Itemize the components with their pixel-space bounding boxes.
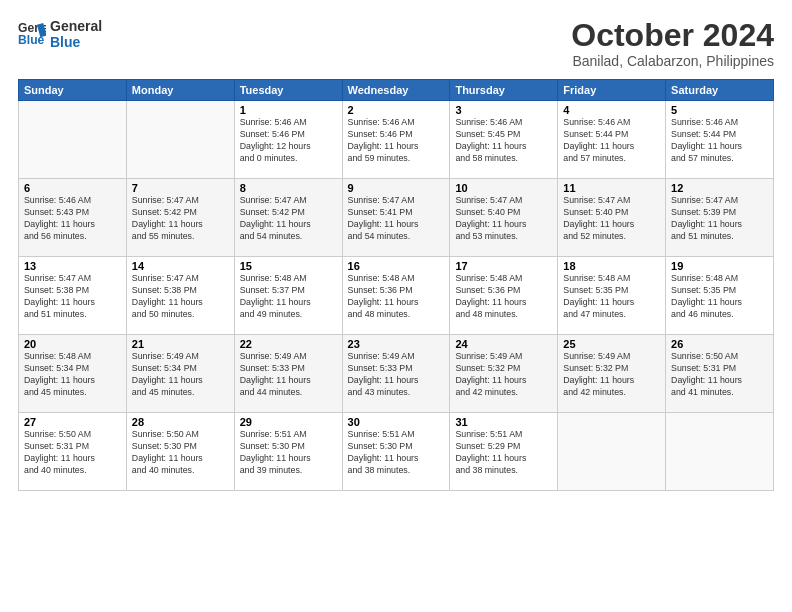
day-info: Sunrise: 5:50 AMSunset: 5:31 PMDaylight:… [671,351,768,399]
day-number: 18 [563,260,660,272]
calendar-cell: 15Sunrise: 5:48 AMSunset: 5:37 PMDayligh… [234,257,342,335]
day-number: 23 [348,338,445,350]
calendar-cell: 22Sunrise: 5:49 AMSunset: 5:33 PMDayligh… [234,335,342,413]
day-info: Sunrise: 5:51 AMSunset: 5:29 PMDaylight:… [455,429,552,477]
calendar-cell: 10Sunrise: 5:47 AMSunset: 5:40 PMDayligh… [450,179,558,257]
calendar-cell: 4Sunrise: 5:46 AMSunset: 5:44 PMDaylight… [558,101,666,179]
week-row-2: 6Sunrise: 5:46 AMSunset: 5:43 PMDaylight… [19,179,774,257]
col-wednesday: Wednesday [342,80,450,101]
day-info: Sunrise: 5:46 AMSunset: 5:44 PMDaylight:… [563,117,660,165]
col-tuesday: Tuesday [234,80,342,101]
day-info: Sunrise: 5:46 AMSunset: 5:43 PMDaylight:… [24,195,121,243]
day-number: 28 [132,416,229,428]
calendar-cell: 7Sunrise: 5:47 AMSunset: 5:42 PMDaylight… [126,179,234,257]
day-info: Sunrise: 5:46 AMSunset: 5:46 PMDaylight:… [240,117,337,165]
day-number: 20 [24,338,121,350]
col-monday: Monday [126,80,234,101]
day-number: 10 [455,182,552,194]
day-info: Sunrise: 5:46 AMSunset: 5:46 PMDaylight:… [348,117,445,165]
calendar-cell: 27Sunrise: 5:50 AMSunset: 5:31 PMDayligh… [19,413,127,491]
calendar-cell: 18Sunrise: 5:48 AMSunset: 5:35 PMDayligh… [558,257,666,335]
day-info: Sunrise: 5:49 AMSunset: 5:32 PMDaylight:… [563,351,660,399]
calendar-cell: 17Sunrise: 5:48 AMSunset: 5:36 PMDayligh… [450,257,558,335]
col-thursday: Thursday [450,80,558,101]
day-info: Sunrise: 5:47 AMSunset: 5:40 PMDaylight:… [455,195,552,243]
day-number: 29 [240,416,337,428]
logo-blue: Blue [50,34,102,50]
logo-icon: General Blue [18,20,46,48]
day-number: 9 [348,182,445,194]
day-info: Sunrise: 5:48 AMSunset: 5:36 PMDaylight:… [455,273,552,321]
day-info: Sunrise: 5:47 AMSunset: 5:38 PMDaylight:… [24,273,121,321]
calendar-cell: 12Sunrise: 5:47 AMSunset: 5:39 PMDayligh… [666,179,774,257]
day-info: Sunrise: 5:46 AMSunset: 5:45 PMDaylight:… [455,117,552,165]
day-number: 26 [671,338,768,350]
calendar-cell: 5Sunrise: 5:46 AMSunset: 5:44 PMDaylight… [666,101,774,179]
day-info: Sunrise: 5:48 AMSunset: 5:37 PMDaylight:… [240,273,337,321]
calendar-cell [19,101,127,179]
calendar-cell: 13Sunrise: 5:47 AMSunset: 5:38 PMDayligh… [19,257,127,335]
calendar-cell: 3Sunrise: 5:46 AMSunset: 5:45 PMDaylight… [450,101,558,179]
header: General Blue General Blue October 2024 B… [18,18,774,69]
calendar-cell: 30Sunrise: 5:51 AMSunset: 5:30 PMDayligh… [342,413,450,491]
day-info: Sunrise: 5:50 AMSunset: 5:30 PMDaylight:… [132,429,229,477]
col-sunday: Sunday [19,80,127,101]
day-info: Sunrise: 5:51 AMSunset: 5:30 PMDaylight:… [240,429,337,477]
day-info: Sunrise: 5:47 AMSunset: 5:42 PMDaylight:… [240,195,337,243]
calendar-cell: 23Sunrise: 5:49 AMSunset: 5:33 PMDayligh… [342,335,450,413]
day-info: Sunrise: 5:49 AMSunset: 5:33 PMDaylight:… [348,351,445,399]
title-block: October 2024 Banilad, Calabarzon, Philip… [571,18,774,69]
calendar-cell: 1Sunrise: 5:46 AMSunset: 5:46 PMDaylight… [234,101,342,179]
calendar-cell: 2Sunrise: 5:46 AMSunset: 5:46 PMDaylight… [342,101,450,179]
day-number: 1 [240,104,337,116]
calendar-cell [126,101,234,179]
day-info: Sunrise: 5:47 AMSunset: 5:38 PMDaylight:… [132,273,229,321]
day-info: Sunrise: 5:46 AMSunset: 5:44 PMDaylight:… [671,117,768,165]
day-number: 22 [240,338,337,350]
day-number: 2 [348,104,445,116]
calendar-cell: 29Sunrise: 5:51 AMSunset: 5:30 PMDayligh… [234,413,342,491]
calendar-cell: 24Sunrise: 5:49 AMSunset: 5:32 PMDayligh… [450,335,558,413]
calendar-table: Sunday Monday Tuesday Wednesday Thursday… [18,79,774,491]
calendar-cell: 6Sunrise: 5:46 AMSunset: 5:43 PMDaylight… [19,179,127,257]
day-number: 14 [132,260,229,272]
day-info: Sunrise: 5:47 AMSunset: 5:40 PMDaylight:… [563,195,660,243]
calendar-cell: 20Sunrise: 5:48 AMSunset: 5:34 PMDayligh… [19,335,127,413]
calendar-cell: 31Sunrise: 5:51 AMSunset: 5:29 PMDayligh… [450,413,558,491]
day-info: Sunrise: 5:48 AMSunset: 5:35 PMDaylight:… [671,273,768,321]
day-number: 25 [563,338,660,350]
logo-general: General [50,18,102,34]
day-number: 7 [132,182,229,194]
calendar-cell [558,413,666,491]
week-row-3: 13Sunrise: 5:47 AMSunset: 5:38 PMDayligh… [19,257,774,335]
calendar-cell: 9Sunrise: 5:47 AMSunset: 5:41 PMDaylight… [342,179,450,257]
day-number: 4 [563,104,660,116]
week-row-5: 27Sunrise: 5:50 AMSunset: 5:31 PMDayligh… [19,413,774,491]
location-subtitle: Banilad, Calabarzon, Philippines [571,53,774,69]
calendar-cell: 19Sunrise: 5:48 AMSunset: 5:35 PMDayligh… [666,257,774,335]
day-info: Sunrise: 5:47 AMSunset: 5:42 PMDaylight:… [132,195,229,243]
day-number: 21 [132,338,229,350]
month-title: October 2024 [571,18,774,53]
day-number: 15 [240,260,337,272]
calendar-cell: 16Sunrise: 5:48 AMSunset: 5:36 PMDayligh… [342,257,450,335]
day-number: 11 [563,182,660,194]
calendar-cell: 14Sunrise: 5:47 AMSunset: 5:38 PMDayligh… [126,257,234,335]
calendar-cell: 25Sunrise: 5:49 AMSunset: 5:32 PMDayligh… [558,335,666,413]
day-number: 16 [348,260,445,272]
day-info: Sunrise: 5:49 AMSunset: 5:32 PMDaylight:… [455,351,552,399]
week-row-1: 1Sunrise: 5:46 AMSunset: 5:46 PMDaylight… [19,101,774,179]
day-info: Sunrise: 5:48 AMSunset: 5:35 PMDaylight:… [563,273,660,321]
calendar-cell: 11Sunrise: 5:47 AMSunset: 5:40 PMDayligh… [558,179,666,257]
day-info: Sunrise: 5:47 AMSunset: 5:41 PMDaylight:… [348,195,445,243]
day-number: 27 [24,416,121,428]
day-info: Sunrise: 5:49 AMSunset: 5:33 PMDaylight:… [240,351,337,399]
day-number: 13 [24,260,121,272]
logo: General Blue General Blue [18,18,102,50]
calendar-cell: 21Sunrise: 5:49 AMSunset: 5:34 PMDayligh… [126,335,234,413]
day-number: 12 [671,182,768,194]
calendar-cell [666,413,774,491]
day-info: Sunrise: 5:47 AMSunset: 5:39 PMDaylight:… [671,195,768,243]
week-row-4: 20Sunrise: 5:48 AMSunset: 5:34 PMDayligh… [19,335,774,413]
day-info: Sunrise: 5:50 AMSunset: 5:31 PMDaylight:… [24,429,121,477]
